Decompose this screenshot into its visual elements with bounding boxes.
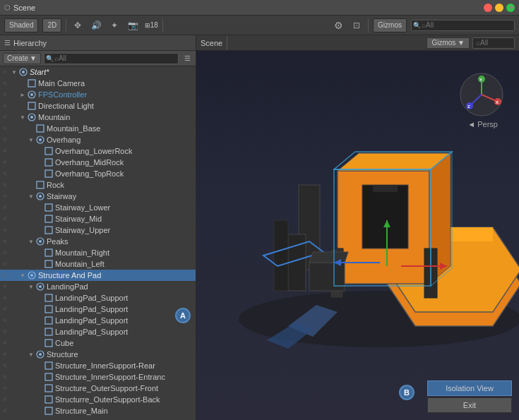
visibility-icon[interactable]: 👁 xyxy=(0,329,10,335)
visibility-icon[interactable]: 👁 xyxy=(0,272,10,279)
expand-arrow[interactable] xyxy=(27,179,35,191)
expand-arrow[interactable] xyxy=(35,213,44,224)
expand-arrow[interactable] xyxy=(35,224,44,236)
camera-view-icon[interactable]: ⊡ xyxy=(350,18,364,32)
tree-item-mountain_left[interactable]: 👁Mountain_Left xyxy=(0,258,196,270)
expand-arrow[interactable] xyxy=(35,145,44,157)
tree-item-landing_support2[interactable]: 👁LandingPad_Support xyxy=(0,304,196,315)
tree-item-mountain_base[interactable]: 👁Mountain_Base xyxy=(0,123,196,134)
visibility-icon[interactable]: 👁 xyxy=(0,205,10,211)
tree-item-landing_support3[interactable]: 👁LandingPad_Support xyxy=(0,315,196,326)
expand-arrow[interactable] xyxy=(35,258,44,270)
visibility-icon[interactable]: 👁 xyxy=(0,69,10,76)
shading-dropdown[interactable]: Shaded xyxy=(4,18,38,32)
tree-item-mountain_right[interactable]: 👁Mountain_Right xyxy=(0,247,196,258)
expand-arrow[interactable] xyxy=(35,157,44,168)
expand-arrow[interactable] xyxy=(27,134,35,145)
effects-icon[interactable]: ✦ xyxy=(107,18,121,32)
visibility-icon[interactable]: 👁 xyxy=(0,397,10,403)
expand-arrow[interactable] xyxy=(35,394,44,405)
expand-arrow[interactable] xyxy=(35,383,44,394)
visibility-icon[interactable]: 👁 xyxy=(0,182,10,188)
visibility-icon[interactable]: 👁 xyxy=(0,363,10,369)
visibility-icon[interactable]: 👁 xyxy=(0,126,10,132)
visibility-icon[interactable]: 👁 xyxy=(0,284,10,290)
orientation-gizmo[interactable]: Y X Z xyxy=(459,72,505,118)
expand-arrow[interactable] xyxy=(18,270,27,281)
expand-arrow[interactable] xyxy=(35,202,44,213)
visibility-icon[interactable]: 👁 xyxy=(0,227,10,234)
visibility-icon[interactable]: 👁 xyxy=(0,340,10,347)
tree-item-main_camera[interactable]: 👁Main Camera xyxy=(0,78,196,89)
tree-item-stairway_upper[interactable]: 👁Stairway_Upper xyxy=(0,224,196,236)
expand-arrow[interactable] xyxy=(10,66,18,78)
tree-item-landing_pad[interactable]: 👁LandingPad xyxy=(0,281,196,292)
visibility-icon[interactable]: 👁 xyxy=(0,92,10,98)
move-tool-icon[interactable]: ✥ xyxy=(71,18,85,32)
tree-item-struct_inner_ent[interactable]: 👁Structure_InnerSupport-Entranc xyxy=(0,371,196,383)
tree-item-overhang_top[interactable]: 👁Overhang_TopRock xyxy=(0,168,196,179)
tree-item-struct_outer_front[interactable]: 👁Structure_OuterSupport-Front xyxy=(0,383,196,394)
tree-item-rock[interactable]: 👁Rock xyxy=(0,179,196,191)
expand-arrow[interactable] xyxy=(27,349,35,360)
visibility-icon[interactable]: 👁 xyxy=(0,239,10,245)
tree-item-cube[interactable]: 👁Cube xyxy=(0,337,196,349)
tree-item-overhang_mid[interactable]: 👁Overhang_MidRock xyxy=(0,157,196,168)
visibility-icon[interactable]: 👁 xyxy=(0,114,10,121)
expand-arrow[interactable] xyxy=(27,236,35,247)
visibility-icon[interactable]: 👁 xyxy=(0,250,10,256)
tree-item-struct_main[interactable]: 👁Structure_Main xyxy=(0,405,196,416)
visibility-icon[interactable]: 👁 xyxy=(0,374,10,380)
scene-all-search[interactable] xyxy=(472,37,515,49)
tree-item-landing_support4[interactable]: 👁LandingPad_Support xyxy=(0,326,196,337)
isolation-view-button[interactable]: Isolation View xyxy=(427,380,512,396)
tree-item-struct_inner_rear[interactable]: 👁Structure_InnerSupport-Rear xyxy=(0,360,196,371)
gizmos-btn[interactable]: Gizmos ▼ xyxy=(426,37,470,49)
tree-item-fps[interactable]: 👁FPSController xyxy=(0,89,196,100)
visibility-icon[interactable]: 👁 xyxy=(0,160,10,166)
visibility-icon[interactable]: 👁 xyxy=(0,216,10,222)
tree-item-stairway[interactable]: 👁Stairway xyxy=(0,191,196,202)
visibility-icon[interactable]: 👁 xyxy=(0,318,10,324)
visibility-icon[interactable]: 👁 xyxy=(0,352,10,358)
expand-arrow[interactable] xyxy=(35,371,44,383)
visibility-icon[interactable]: 👁 xyxy=(0,148,10,155)
gizmos-dropdown[interactable]: Gizmos xyxy=(373,18,407,32)
list-view-icon[interactable]: ☰ xyxy=(181,53,193,64)
tree-item-mountain[interactable]: 👁Mountain xyxy=(0,112,196,123)
expand-arrow[interactable] xyxy=(35,360,44,371)
tree-item-start[interactable]: 👁Start* xyxy=(0,66,196,78)
visibility-icon[interactable]: 👁 xyxy=(0,408,10,414)
scene-viewport[interactable]: Scene Gizmos ▼ xyxy=(196,35,519,420)
tree-item-stairway_lower[interactable]: 👁Stairway_Lower xyxy=(0,202,196,213)
expand-arrow[interactable] xyxy=(35,304,44,315)
expand-arrow[interactable] xyxy=(27,191,35,202)
transform-icon[interactable]: ⚙ xyxy=(331,18,345,32)
expand-arrow[interactable] xyxy=(35,405,44,416)
camera-icon[interactable]: 📷 xyxy=(126,18,140,32)
visibility-icon[interactable]: 👁 xyxy=(0,103,10,109)
tree-item-landing_support1[interactable]: 👁LandingPad_Support xyxy=(0,292,196,304)
exit-isolation-button[interactable]: Exit xyxy=(427,397,512,413)
tree-item-overhang_lower[interactable]: 👁Overhang_LowerRock xyxy=(0,145,196,157)
close-button[interactable] xyxy=(484,4,492,12)
expand-arrow[interactable] xyxy=(27,281,35,292)
tree-item-structure[interactable]: 👁Structure xyxy=(0,349,196,360)
visibility-icon[interactable]: 👁 xyxy=(0,137,10,143)
visibility-icon[interactable]: 👁 xyxy=(0,171,10,177)
visibility-icon[interactable]: 👁 xyxy=(0,193,10,200)
scene-search-input[interactable] xyxy=(411,20,515,31)
visibility-icon[interactable]: 👁 xyxy=(0,295,10,301)
tree-item-struct_outer_back[interactable]: 👁Structurre_OuterSupport-Back xyxy=(0,394,196,405)
expand-arrow[interactable] xyxy=(35,247,44,258)
expand-arrow[interactable] xyxy=(18,89,27,100)
expand-arrow[interactable] xyxy=(35,292,44,304)
expand-arrow[interactable] xyxy=(35,326,44,337)
visibility-icon[interactable]: 👁 xyxy=(0,385,10,392)
expand-arrow[interactable] xyxy=(35,337,44,349)
audio-icon[interactable]: 🔊 xyxy=(89,18,103,32)
expand-arrow[interactable] xyxy=(35,315,44,326)
scene-tab-label[interactable]: Scene xyxy=(201,39,222,47)
create-dropdown[interactable]: Create ▼ xyxy=(3,53,41,64)
minimize-button[interactable] xyxy=(495,4,503,12)
